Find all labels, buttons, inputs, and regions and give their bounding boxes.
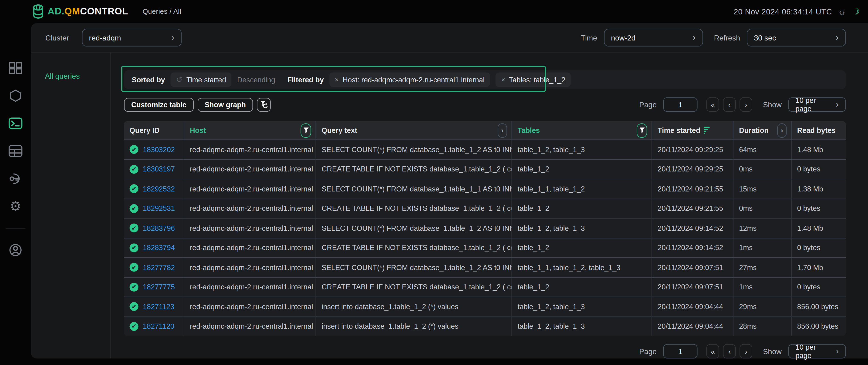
- tables-filter-button[interactable]: [637, 123, 647, 137]
- cell-query-id: ✔18292531: [124, 199, 184, 218]
- cell-read-bytes: 1.38 Mb: [792, 179, 846, 198]
- col-header-query-text[interactable]: Query text ›: [316, 121, 512, 139]
- col-header-tables[interactable]: Tables: [512, 121, 652, 139]
- cell-read-bytes: 856.00 bytes: [792, 297, 846, 316]
- cell-host: red-adqmc-adqm-2.ru-central1.internal: [184, 179, 316, 198]
- cell-query-text: CREATE TABLE IF NOT EXISTS database_1.ta…: [316, 199, 512, 218]
- refresh-interval-select[interactable]: 30 sec ›: [747, 29, 846, 46]
- reset-filters-button[interactable]: [257, 98, 271, 111]
- query-id-link[interactable]: 18277782: [143, 263, 175, 271]
- query-id-link[interactable]: 18283796: [143, 224, 175, 232]
- first-page-button[interactable]: «: [707, 344, 719, 359]
- query-id-link[interactable]: 18303197: [143, 165, 175, 173]
- filter-chip-label: Host: red-adqmc-adqm-2.ru-central1.inter…: [343, 76, 485, 84]
- cell-query-text: CREATE TABLE IF NOT EXISTS database_1.ta…: [316, 160, 512, 179]
- undo-sort-icon[interactable]: ↺: [176, 75, 183, 84]
- table-row: ✔18277775red-adqmc-adqm-2.ru-central1.in…: [124, 277, 846, 296]
- status-ok-icon: ✔: [129, 145, 138, 154]
- remove-filter-icon[interactable]: ×: [501, 76, 505, 84]
- show-label: Show: [763, 100, 782, 109]
- sidebar-item-access[interactable]: [8, 171, 23, 186]
- queries-nav-panel: All queries: [31, 53, 111, 359]
- host-filter-button[interactable]: [301, 123, 311, 137]
- cell-duration: 27ms: [734, 258, 792, 277]
- query-id-link[interactable]: 18283794: [143, 243, 175, 252]
- filter-chip-tables[interactable]: × Tables: table_1_2: [496, 73, 571, 87]
- remove-filter-icon[interactable]: ×: [335, 76, 339, 84]
- query-id-link[interactable]: 18292532: [143, 185, 175, 193]
- cell-read-bytes: 1.48 Mb: [792, 219, 846, 237]
- cell-time-started: 20/11/2024 09:07:51: [652, 277, 734, 297]
- col-header-duration[interactable]: Duration ›: [734, 121, 792, 139]
- col-header-read-bytes[interactable]: Read bytes: [792, 121, 846, 139]
- sidebar-item-tables[interactable]: [8, 144, 23, 158]
- status-ok-icon: ✔: [129, 185, 138, 193]
- col-header-query-id[interactable]: Query ID: [124, 121, 184, 139]
- query-id-link[interactable]: 18271120: [143, 322, 174, 331]
- page-number-input[interactable]: [663, 344, 698, 359]
- prev-page-button[interactable]: ‹: [723, 97, 736, 112]
- cell-duration: 12ms: [734, 219, 792, 237]
- cluster-select[interactable]: red-adqm ›: [82, 29, 181, 46]
- sort-direction[interactable]: Descending: [237, 76, 275, 84]
- pagination-bottom: Page « ‹ › Show 10 per page ›: [124, 344, 846, 359]
- query-id-link[interactable]: 18277775: [143, 283, 175, 291]
- query-id-link[interactable]: 18292531: [143, 204, 175, 212]
- cell-query-text: SELECT COUNT(*) FROM database_1.table_1_…: [316, 140, 512, 159]
- dark-theme-icon[interactable]: ☽: [852, 7, 860, 16]
- expand-query-text-button[interactable]: ›: [498, 123, 507, 137]
- col-header-time-started[interactable]: Time started: [652, 121, 734, 139]
- cell-host: red-adqmc-adqm-2.ru-central1.internal: [184, 297, 316, 316]
- query-id-link[interactable]: 18271123: [143, 302, 174, 311]
- sidebar-item-queries-active[interactable]: [8, 116, 23, 131]
- cell-time-started: 20/11/2024 09:07:51: [652, 258, 734, 277]
- per-page-select[interactable]: 10 per page ›: [788, 97, 846, 112]
- customize-table-button[interactable]: Customize table: [124, 98, 194, 111]
- page-number-input[interactable]: [663, 97, 698, 112]
- filter-chip-host[interactable]: × Host: red-adqmc-adqm-2.ru-central1.int…: [329, 73, 490, 87]
- status-ok-icon: ✔: [129, 302, 138, 311]
- funnel-icon: [639, 127, 645, 133]
- current-datetime: 20 Nov 2024 06:34:14 UTC: [734, 7, 832, 16]
- sidebar-item-settings[interactable]: ⚙: [8, 199, 23, 213]
- table-body: ✔18303202red-adqmc-adqm-2.ru-central1.in…: [124, 139, 846, 336]
- cell-query-text: CREATE TABLE IF NOT EXISTS database_1.ta…: [316, 238, 512, 257]
- cell-time-started: 20/11/2024 09:14:52: [652, 219, 734, 237]
- table-row: ✔18271120red-adqmc-adqm-2.ru-central1.in…: [124, 316, 846, 336]
- cell-host: red-adqmc-adqm-2.ru-central1.internal: [184, 258, 316, 277]
- brand-text: AD.QMCONTROL: [48, 6, 128, 17]
- cell-query-id: ✔18303197: [124, 160, 184, 179]
- light-theme-icon[interactable]: ☼: [838, 7, 846, 16]
- table-row: ✔18292532red-adqmc-adqm-2.ru-central1.in…: [124, 179, 846, 198]
- sidebar-item-dashboard[interactable]: [8, 61, 23, 75]
- first-page-button[interactable]: «: [707, 97, 719, 112]
- time-range-select[interactable]: now-2d ›: [604, 29, 703, 46]
- cell-duration: 1ms: [734, 277, 792, 297]
- filter-bar-wrap: Sorted by ↺ Time started Descending Filt…: [124, 66, 846, 92]
- show-graph-button[interactable]: Show graph: [197, 98, 253, 111]
- status-ok-icon: ✔: [129, 224, 138, 232]
- filter-chip-label: Tables: table_1_2: [509, 76, 565, 84]
- sidebar-item-account[interactable]: [8, 243, 23, 257]
- col-header-host[interactable]: Host: [184, 121, 316, 139]
- cell-time-started: 20/11/2024 09:04:44: [652, 317, 734, 336]
- prev-page-button[interactable]: ‹: [723, 344, 736, 359]
- next-page-button[interactable]: ›: [740, 97, 752, 112]
- cell-duration: 1ms: [734, 238, 792, 257]
- sort-chip-time-started[interactable]: ↺ Time started: [170, 73, 231, 87]
- sidebar-item-cluster[interactable]: [8, 89, 23, 103]
- next-page-button[interactable]: ›: [740, 344, 752, 359]
- per-page-value: 10 per page: [795, 343, 830, 359]
- expand-duration-button[interactable]: ›: [777, 123, 786, 137]
- cell-duration: 28ms: [734, 317, 792, 336]
- per-page-select[interactable]: 10 per page ›: [788, 344, 846, 359]
- table-row: ✔18292531red-adqmc-adqm-2.ru-central1.in…: [124, 198, 846, 218]
- cell-host: red-adqmc-adqm-2.ru-central1.internal: [184, 238, 316, 257]
- query-id-link[interactable]: 18303202: [143, 145, 175, 154]
- breadcrumb[interactable]: Queries / All: [143, 8, 181, 15]
- sidebar-rail: ⚙: [0, 23, 31, 365]
- app-root: AD.QMCONTROL Queries / All 20 Nov 2024 0…: [0, 0, 868, 365]
- nav-item-all-queries[interactable]: All queries: [45, 72, 80, 80]
- cell-query-id: ✔18283796: [124, 219, 184, 237]
- app-logo[interactable]: AD.QMCONTROL: [32, 4, 128, 19]
